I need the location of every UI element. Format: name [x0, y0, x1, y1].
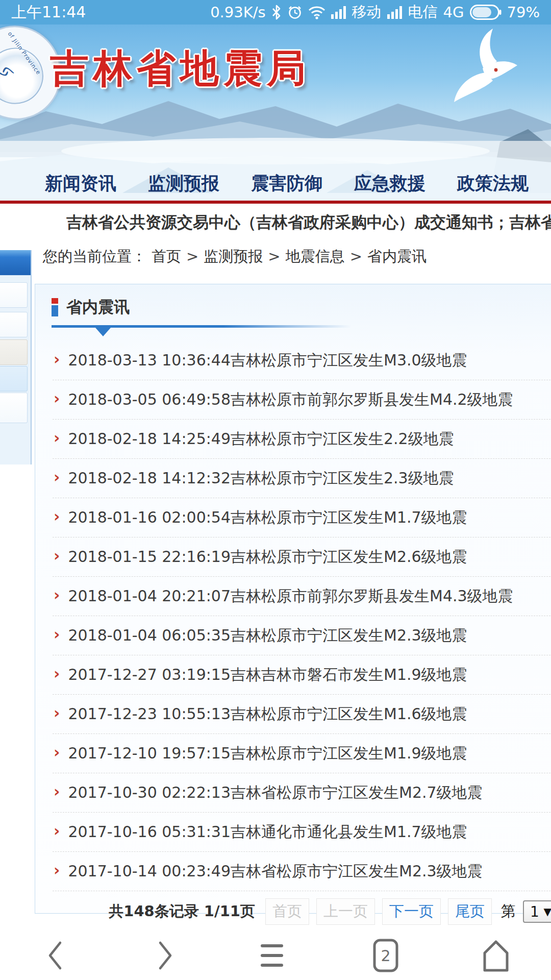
nav-item-monitoring[interactable]: 监测预报 [148, 172, 219, 195]
arrow-bullet-icon: › [54, 745, 60, 760]
breadcrumb-separator: > [350, 240, 362, 272]
list-item[interactable]: ›2017-10-30 02:22:13吉林省松原市宁江区发生M2.7级地震 [53, 773, 551, 813]
side-menu-header [0, 250, 31, 276]
list-item[interactable]: ›2018-02-18 14:12:32吉林松原市宁江区发生2.3级地震 [53, 459, 551, 498]
list-item[interactable]: ›2018-01-16 02:00:54吉林松原市宁江区发生M1.7级地震 [53, 498, 551, 537]
prev-page-button[interactable]: 上一页 [316, 898, 375, 925]
arrow-bullet-icon: › [54, 352, 60, 367]
earthquake-list: ›2018-03-13 10:36:44吉林松原市宁江区发生M3.0级地震 ›2… [35, 341, 551, 891]
arrow-bullet-icon: › [54, 548, 60, 564]
side-menu-clipped [0, 250, 32, 464]
arrow-bullet-icon: › [54, 391, 60, 406]
breadcrumb: 您的当前位置： 首页 > 监测预报 > 地震信息 > 省内震讯 [43, 240, 427, 272]
list-item[interactable]: ›2018-03-05 06:49:58吉林松原市前郭尔罗斯县发生M4.2级地震 [53, 380, 551, 420]
main-nav: 新闻资讯 监测预报 震害防御 应急救援 政策法规 [0, 170, 551, 199]
section-header: 省内震讯 [35, 284, 551, 318]
breadcrumb-home[interactable]: 首页 [152, 240, 181, 272]
next-page-button[interactable]: 下一页 [382, 898, 441, 925]
site-banner: ᨒ of Jilin Province 吉林省地震局 新闻资讯 监测预报 震害防… [0, 24, 551, 201]
side-menu-item[interactable] [0, 339, 28, 365]
arrow-bullet-icon: › [54, 666, 60, 681]
breadcrumb-separator: > [186, 240, 198, 272]
nav-item-policy[interactable]: 政策法规 [457, 172, 529, 195]
section-marker-icon [52, 298, 58, 316]
breadcrumb-current: 省内震讯 [367, 240, 427, 272]
carrier-mobile: 移动 [352, 2, 382, 22]
first-page-button[interactable]: 首页 [265, 898, 309, 925]
browser-tabs-button[interactable]: 2 [331, 939, 441, 972]
side-menu-item[interactable] [0, 393, 28, 423]
side-menu-item-selected[interactable] [0, 366, 28, 391]
battery-percent: 79% [507, 4, 540, 21]
side-menu-item[interactable] [0, 282, 28, 308]
page-select-value: 1 [530, 903, 539, 920]
arrow-bullet-icon: › [54, 705, 60, 721]
record-count: 共148条记录 1/11页 [109, 901, 255, 922]
browser-home-button[interactable] [441, 939, 551, 972]
notice-marquee-link[interactable]: 吉林省公共资源交易中心（吉林省政府采购中心）成交通知书；吉林省地震局2018年部 [66, 204, 551, 240]
site-title: 吉林省地震局 [50, 43, 310, 95]
page-select-label: 第 [501, 901, 516, 922]
arrow-bullet-icon: › [54, 509, 60, 524]
arrow-bullet-icon: › [54, 823, 60, 839]
list-item[interactable]: ›2017-12-10 19:57:15吉林松原市宁江区发生M1.9级地震 [53, 734, 551, 773]
section-underline-arrow [95, 328, 111, 336]
side-menu-item[interactable] [0, 312, 28, 337]
nav-item-disaster-defense[interactable]: 震害防御 [251, 172, 322, 195]
list-item[interactable]: ›2017-12-27 03:19:15吉林吉林市磐石市发生M1.9级地震 [53, 655, 551, 695]
browser-menu-button[interactable] [220, 942, 331, 969]
alarm-icon [287, 5, 303, 20]
arrow-bullet-icon: › [54, 430, 60, 446]
arrow-bullet-icon: › [54, 784, 60, 799]
list-item[interactable]: ›2017-12-23 10:55:13吉林松原市宁江区发生M1.6级地震 [53, 695, 551, 734]
nav-item-news[interactable]: 新闻资讯 [45, 172, 116, 195]
dove-icon [440, 28, 527, 109]
signal-bars-icon [331, 6, 346, 19]
battery-icon [470, 5, 502, 20]
content-panel: 省内震讯 ›2018-03-13 10:36:44吉林松原市宁江区发生M3.0级… [35, 284, 551, 914]
breadcrumb-quake-info[interactable]: 地震信息 [286, 240, 345, 272]
list-item[interactable]: ›2018-02-18 14:25:49吉林松原市宁江区发生2.2级地震 [53, 420, 551, 459]
breadcrumb-row: 您的当前位置： 首页 > 监测预报 > 地震信息 > 省内震讯 [0, 240, 551, 278]
carrier-telecom: 电信 [408, 2, 438, 22]
arrow-bullet-icon: › [54, 863, 60, 878]
breadcrumb-label: 您的当前位置： [43, 240, 146, 272]
clock: 上午11:44 [11, 2, 86, 23]
network-speed: 0.93K/s [210, 4, 265, 21]
arrow-bullet-icon: › [54, 627, 60, 642]
browser-back-button[interactable] [0, 940, 110, 971]
wifi-icon [308, 5, 325, 19]
page-select-dropdown[interactable]: 1 ▼ [523, 900, 551, 923]
list-item[interactable]: ›2017-10-16 05:31:31吉林通化市通化县发生M1.7级地震 [53, 813, 551, 852]
list-item[interactable]: ›2017-10-14 00:23:49吉林省松原市宁江区发生M2.3级地震 [53, 852, 551, 891]
nav-item-emergency-rescue[interactable]: 应急救援 [354, 172, 425, 195]
last-page-button[interactable]: 尾页 [448, 898, 492, 925]
list-item[interactable]: ›2018-01-15 22:16:19吉林松原市宁江区发生M2.6级地震 [53, 537, 551, 577]
dropdown-caret-icon: ▼ [544, 905, 551, 918]
signal-bars-icon-2 [387, 6, 403, 19]
list-item[interactable]: ›2018-01-04 20:21:07吉林松原市前郭尔罗斯县发生M4.3级地震 [53, 577, 551, 616]
breadcrumb-separator: > [268, 240, 280, 272]
list-item[interactable]: ›2018-03-13 10:36:44吉林松原市宁江区发生M3.0级地震 [53, 341, 551, 380]
bluetooth-icon [271, 4, 282, 20]
section-title: 省内震讯 [66, 297, 130, 318]
notice-marquee-row: 吉林省公共资源交易中心（吉林省政府采购中心）成交通知书；吉林省地震局2018年部 [0, 204, 551, 240]
pagination: 共148条记录 1/11页 首页 上一页 下一页 尾页 第 1 ▼ [35, 898, 551, 925]
list-item[interactable]: ›2018-01-04 06:05:35吉林松原市宁江区发生M2.3级地震 [53, 616, 551, 655]
arrow-bullet-icon: › [54, 470, 60, 485]
network-type: 4G [443, 4, 464, 21]
breadcrumb-monitoring[interactable]: 监测预报 [204, 240, 263, 272]
section-underline [52, 325, 364, 328]
tab-count: 2 [381, 947, 390, 965]
browser-forward-button[interactable] [110, 940, 220, 971]
browser-toolbar: 2 [0, 931, 551, 980]
status-bar: 上午11:44 0.93K/s [0, 0, 551, 24]
arrow-bullet-icon: › [54, 587, 60, 603]
